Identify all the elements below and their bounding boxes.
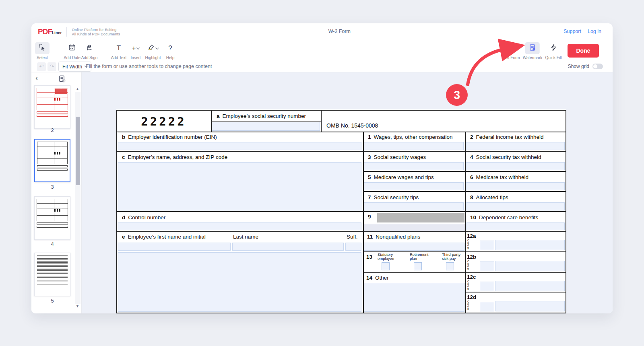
add-date-button[interactable]: Add Date [64,42,80,60]
calendar-icon [68,44,76,53]
collapse-sidebar-button[interactable]: ‹ [35,73,38,82]
scroll-up-arrow[interactable]: ▲ [76,87,79,91]
page-thumbnail-2[interactable] [34,85,70,129]
input-box-e-blank-area[interactable] [118,252,361,312]
form-line [117,151,566,152]
input-box-5-medicare-wages[interactable] [364,182,464,190]
field-prefix: 12c [467,274,476,280]
scroll-down-arrow[interactable]: ▼ [76,304,79,308]
watermark-button[interactable]: Watermark [523,42,543,60]
field-label: Wages, tips, other compensation [374,134,453,140]
field-prefix: 13 [366,254,372,260]
input-box-12d-amount[interactable] [495,301,565,311]
page-settings-button[interactable] [58,75,66,84]
input-box-2-federal-tax[interactable] [466,142,565,150]
field-prefix: c [122,154,125,160]
input-box-b-ein[interactable] [118,142,361,150]
form-line [211,121,321,122]
field-prefix: 4 [470,154,473,160]
insert-button[interactable]: + Insert [128,42,143,60]
input-box-4-ss-tax[interactable] [466,162,565,170]
help-button[interactable]: ? Help [163,42,178,60]
page-number: 5 [34,298,70,304]
input-box-12b-amount[interactable] [495,261,565,271]
add-text-button[interactable]: T Add Text [111,42,127,60]
input-box-e-last-name[interactable] [232,243,344,251]
form-line [321,111,322,132]
highlight-button[interactable]: Highlight [145,42,161,60]
checkbox-third-party-sick-pay[interactable] [446,262,454,270]
field-prefix: e [122,234,125,240]
input-box-11-nonqualified[interactable] [364,243,464,251]
lightning-icon [550,44,557,53]
support-link[interactable]: Support [564,29,581,34]
field-prefix: 9 [368,214,371,220]
select-button[interactable]: Select [35,42,50,60]
input-box-c-employer[interactable] [118,162,361,210]
show-grid-label: Show grid [568,64,589,69]
undo-button[interactable]: ↶ [37,62,46,71]
header: PDFLiner Online Platform for Editing All… [31,23,613,40]
quick-fill-button[interactable]: Quick Fill [545,42,561,60]
redo-button[interactable]: ↷ [47,62,56,71]
input-box-12a-amount[interactable] [495,240,565,250]
field-label: Employer’s name, address, and ZIP code [128,154,228,160]
page-thumbnail-5[interactable] [34,253,70,296]
field-label: Social security wages [374,154,426,160]
sidebar-header: ‹ [31,72,81,85]
input-box-6-medicare-tax[interactable] [466,182,565,190]
field-label: Medicare tax withheld [476,174,529,180]
input-box-12d-code[interactable] [480,302,494,311]
show-grid-toggle[interactable] [592,64,603,69]
input-box-12a-code[interactable] [480,241,494,250]
hint-text: Fill the form or use another tools to ch… [86,64,212,69]
input-box-3-ss-wages[interactable] [364,162,464,170]
input-box-14-other[interactable] [364,283,464,312]
field-prefix: 14 [366,275,372,281]
document-gear-icon [58,75,66,83]
logo[interactable]: PDFLiner Online Platform for Editing All… [38,27,120,37]
page-thumbnail-3-selected[interactable] [34,139,70,182]
plus-icon: + [132,44,136,52]
control-code-22222: 22222 [117,115,210,128]
box-9-shaded-area [377,213,464,222]
sidebar-scrollbar-thumb[interactable] [76,117,80,185]
login-link[interactable]: Log in [588,29,601,34]
code-vertical-label: Code [467,260,469,270]
edit-form-button[interactable]: Edit Form [502,42,520,60]
code-vertical-label: Code [467,280,469,290]
add-sign-button[interactable]: Add Sign [81,42,98,60]
page-thumbnail-4[interactable] [34,196,70,240]
form-line [117,211,566,212]
input-box-12c-amount[interactable] [495,281,565,291]
page-number: 3 [34,184,70,190]
input-box-a-ssn[interactable] [212,122,320,131]
checkbox-statutory-employee[interactable] [382,262,390,270]
input-box-12c-code[interactable] [480,282,494,291]
logo-text: PDFLiner [38,27,62,36]
form-line [117,313,566,313]
chevron-down-icon [136,46,140,49]
edit-form-icon [508,44,515,53]
input-box-10-dependent-care[interactable] [466,222,565,230]
field-label: Social security tips [374,194,419,200]
input-box-12b-code[interactable] [480,262,494,271]
document-canvas: 22222 aEmployee’s social security number… [82,72,613,313]
input-box-7-ss-tips[interactable] [364,202,464,210]
input-box-8-allocated-tips[interactable] [466,202,565,210]
form-line [465,292,566,292]
checkbox-retirement-plan[interactable] [414,262,422,270]
done-button[interactable]: Done [568,44,599,58]
input-box-e-suffix[interactable] [345,243,361,251]
field-prefix: 7 [368,194,371,200]
field-prefix: 12d [467,294,476,300]
field-label: Employee’s first name and initial [128,234,206,240]
tagline: Online Platform for Editing All Kinds of… [72,27,120,37]
field-prefix: 2 [470,134,473,140]
input-box-d-control[interactable] [118,222,361,230]
input-box-e-first-name[interactable] [118,243,231,251]
form-line [363,272,566,273]
input-box-9[interactable] [364,224,464,231]
field-label: Dependent care benefits [479,214,538,220]
input-box-1-wages[interactable] [364,142,464,150]
